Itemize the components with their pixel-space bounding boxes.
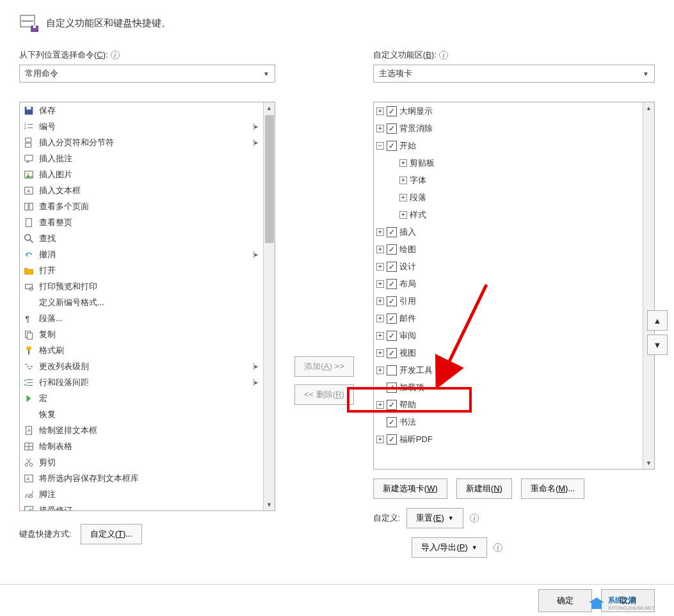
- tab-checkbox[interactable]: ✓: [387, 313, 397, 324]
- expand-toggle[interactable]: +: [376, 436, 384, 443]
- expand-toggle[interactable]: +: [399, 177, 407, 184]
- tree-item[interactable]: −✓开始: [374, 137, 643, 154]
- tree-item[interactable]: +段落: [374, 189, 643, 206]
- command-item[interactable]: 查找: [20, 230, 263, 246]
- command-item[interactable]: 定义新编号格式...: [20, 294, 263, 310]
- new-group-button[interactable]: 新建组(N): [456, 478, 512, 499]
- command-item[interactable]: 宏: [20, 390, 263, 406]
- tree-item[interactable]: +✓审阅: [374, 327, 643, 344]
- command-item[interactable]: 插入批注: [20, 150, 263, 166]
- scroll-down-icon[interactable]: ▼: [264, 499, 275, 510]
- expand-toggle[interactable]: +: [376, 332, 384, 340]
- commands-scrollbar[interactable]: ▲ ▼: [263, 102, 275, 510]
- command-item[interactable]: AB1脚注: [20, 486, 263, 502]
- info-icon[interactable]: i: [439, 51, 448, 59]
- expand-toggle[interactable]: +: [376, 263, 384, 271]
- tree-item[interactable]: +✓大纲显示: [374, 102, 643, 120]
- command-item[interactable]: 查看多个页面: [20, 198, 263, 214]
- tree-item[interactable]: +开发工具: [374, 361, 643, 379]
- tree-item[interactable]: +✓福昕PDF: [374, 430, 643, 448]
- command-item[interactable]: 绘制表格: [20, 438, 263, 454]
- customize-ribbon-dropdown[interactable]: 主选项卡 ▼: [373, 65, 655, 83]
- tab-checkbox[interactable]: ✓: [387, 279, 397, 289]
- scroll-down-icon[interactable]: ▼: [643, 457, 654, 469]
- tree-scrollbar[interactable]: ▲ ▼: [643, 102, 654, 469]
- expand-toggle[interactable]: +: [376, 228, 384, 236]
- expand-toggle[interactable]: +: [376, 107, 384, 115]
- expand-toggle[interactable]: −: [376, 142, 384, 150]
- expand-toggle[interactable]: +: [376, 246, 384, 253]
- tab-checkbox[interactable]: [387, 365, 397, 375]
- command-item[interactable]: 剪切: [20, 454, 263, 470]
- scroll-up-icon[interactable]: ▲: [643, 102, 654, 114]
- command-item[interactable]: A插入文本框: [20, 182, 263, 198]
- command-item[interactable]: 格式刷: [20, 342, 263, 358]
- tree-item[interactable]: +字体: [374, 171, 643, 189]
- expand-toggle[interactable]: +: [376, 125, 384, 132]
- move-up-button[interactable]: ▲: [647, 310, 668, 331]
- tab-checkbox[interactable]: ✓: [387, 383, 397, 393]
- command-item[interactable]: 撤消|▸: [20, 246, 263, 262]
- tree-item[interactable]: +✓布局: [374, 275, 643, 292]
- tree-item[interactable]: ✓加载项: [374, 379, 643, 396]
- tab-checkbox[interactable]: ✓: [387, 348, 397, 358]
- expand-toggle[interactable]: +: [376, 280, 384, 288]
- expand-toggle[interactable]: +: [399, 211, 407, 219]
- expand-toggle[interactable]: +: [376, 401, 384, 409]
- tab-checkbox[interactable]: ✓: [387, 123, 397, 134]
- rename-button[interactable]: 重命名(M)...: [521, 478, 584, 499]
- tree-item[interactable]: +✓引用: [374, 292, 643, 310]
- command-item[interactable]: 行和段落间距|▸: [20, 374, 263, 390]
- tab-checkbox[interactable]: ✓: [387, 331, 397, 341]
- command-item[interactable]: A绘制竖排文本框: [20, 422, 263, 438]
- tab-checkbox[interactable]: ✓: [387, 400, 397, 410]
- expand-toggle[interactable]: +: [376, 349, 384, 357]
- command-item[interactable]: 插入分页符和分节符|▸: [20, 134, 263, 150]
- tree-item[interactable]: +✓背景消除: [374, 120, 643, 137]
- command-item[interactable]: 打开: [20, 262, 263, 278]
- expand-toggle[interactable]: +: [376, 315, 384, 322]
- ribbon-tabs-tree[interactable]: +✓大纲显示+✓背景消除−✓开始+剪贴板+字体+段落+样式+✓插入+✓绘图+✓设…: [373, 102, 655, 470]
- tree-item[interactable]: +剪贴板: [374, 154, 643, 171]
- info-icon[interactable]: i: [470, 514, 479, 523]
- command-item[interactable]: ¶段落...: [20, 310, 263, 326]
- tab-checkbox[interactable]: ✓: [387, 262, 397, 272]
- command-item[interactable]: 插入图片: [20, 166, 263, 182]
- tree-item[interactable]: +✓设计: [374, 258, 643, 275]
- tree-item[interactable]: +✓帮助: [374, 396, 643, 413]
- commands-listbox[interactable]: 保存12编号|▸插入分页符和分节符|▸插入批注插入图片A插入文本框查看多个页面查…: [19, 102, 275, 511]
- command-item[interactable]: 恢复: [20, 406, 263, 422]
- tree-item[interactable]: +样式: [374, 206, 643, 223]
- expand-toggle[interactable]: +: [376, 297, 384, 305]
- remove-button[interactable]: << 删除(R): [294, 384, 354, 405]
- new-tab-button[interactable]: 新建选项卡(W): [373, 478, 447, 499]
- tree-item[interactable]: +✓视图: [374, 344, 643, 361]
- tab-checkbox[interactable]: ✓: [387, 417, 397, 427]
- tree-item[interactable]: +✓邮件: [374, 310, 643, 327]
- command-item[interactable]: 更改列表级别|▸: [20, 358, 263, 374]
- expand-toggle[interactable]: +: [399, 159, 407, 167]
- tab-checkbox[interactable]: ✓: [387, 244, 397, 255]
- command-item[interactable]: 接受修订: [20, 502, 263, 510]
- command-item[interactable]: 查看整页: [20, 214, 263, 230]
- move-down-button[interactable]: ▼: [647, 335, 668, 355]
- expand-toggle[interactable]: +: [376, 367, 384, 374]
- command-item[interactable]: A将所选内容保存到文本框库: [20, 470, 263, 486]
- info-icon[interactable]: i: [111, 51, 120, 59]
- tab-checkbox[interactable]: ✓: [387, 141, 397, 151]
- reset-button[interactable]: 重置(E)▼: [406, 508, 463, 528]
- tree-item[interactable]: +✓插入: [374, 223, 643, 241]
- command-item[interactable]: 打印预览和打印: [20, 278, 263, 294]
- command-item[interactable]: 保存: [20, 102, 263, 118]
- tab-checkbox[interactable]: ✓: [387, 434, 397, 445]
- tab-checkbox[interactable]: ✓: [387, 227, 397, 237]
- tab-checkbox[interactable]: ✓: [387, 296, 397, 306]
- import-export-button[interactable]: 导入/导出(P)▼: [412, 537, 487, 558]
- commands-from-dropdown[interactable]: 常用命令 ▼: [19, 65, 275, 83]
- ok-button[interactable]: 确定: [538, 589, 592, 612]
- expand-toggle[interactable]: +: [399, 194, 407, 201]
- command-item[interactable]: 复制: [20, 326, 263, 342]
- info-icon[interactable]: i: [493, 543, 502, 552]
- scroll-thumb[interactable]: [265, 115, 274, 243]
- customize-keyboard-button[interactable]: 自定义(T)...: [81, 524, 142, 544]
